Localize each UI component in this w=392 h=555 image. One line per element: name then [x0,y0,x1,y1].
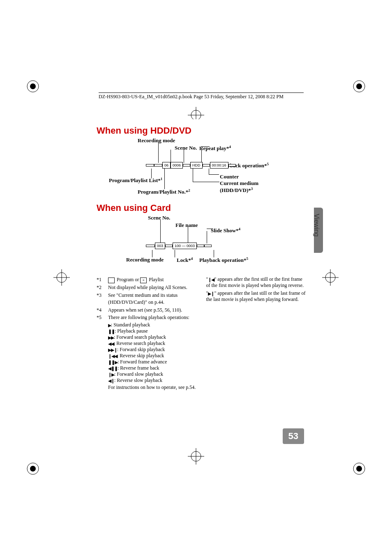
playback-icon: ❚❚▶ [108,360,118,365]
footnote-instructions: For instructions on how to operate, see … [97,384,196,391]
skip-forward-icon: ▶❙ [208,291,214,296]
footnote-label: *2 [97,284,105,291]
crop-mark [53,269,70,286]
label-scene-no: Scene No. [175,145,197,151]
heading-card: When using Card [97,203,306,213]
playback-icon: ❙▶ [108,372,114,377]
footnotes: *1 Program or ≡ Playlist *2Not displayed… [97,276,306,391]
playlist-icon: ≡ [140,278,147,283]
playback-operation-item: ◀❙: Reverse slow playback [108,377,196,384]
playback-icon: ▶▶ [108,335,114,340]
status-bar-card: 003 100 — 0003 [146,243,212,249]
svg-point-3 [356,83,362,89]
program-icon [108,278,115,283]
page-number: 53 [283,428,304,444]
page-body: Viewing When using HDD/DVD Recording mod… [88,119,314,448]
label-slide-show: Slide Show*4 [211,227,240,234]
label-lock: Lock*4 [177,257,193,264]
crop-mark [351,460,367,477]
label-file-name: File name [175,222,198,229]
footnote-label: *4 [97,307,105,314]
playback-icon: ◀❚❚ [108,366,118,371]
footnote-label: *1 [97,276,105,283]
label-program-playlist-list: Program/Playlist List*1 [109,177,162,184]
label-program-playlist-no: Program/Playlist No.*2 [138,188,190,195]
footnote-reverse-end: "❙◀" appears after the first still or th… [206,276,306,289]
label-recording-mode-2: Recording mode [126,257,164,263]
svg-point-5 [30,466,36,472]
label-recording-mode: Recording mode [138,137,175,144]
label-current-medium: Current medium (HDD/DVD)*3 [220,180,277,194]
playback-operation-item: ❚❚: Playback pause [108,328,196,334]
label-playback-operation-2: Playback operation*5 [199,257,248,264]
playback-icon: ▶▶❙ [108,347,117,353]
playback-operation-item: ❚❚▶: Forward frame advance [108,359,196,365]
crop-mark [25,460,41,477]
label-counter: Counter [220,173,239,180]
crop-mark [25,78,41,95]
playback-operation-item: ▶▶❙: Forward skip playback [108,347,196,353]
crop-mark [322,269,339,286]
diagram-hdd-dvd: Recording mode Scene No. Repeat play*4 P… [97,137,306,199]
playback-icon: ◀❙ [108,378,114,384]
playback-icon: ◀◀ [108,341,114,347]
crop-mark [351,78,367,95]
playback-operation-item: ❙▶: Forward slow playback [108,371,196,377]
heading-hdd-dvd: When using HDD/DVD [97,126,306,136]
footnote-label: *3 [97,292,105,306]
svg-point-1 [30,83,36,89]
label-repeat-play: Repeat play*4 [199,145,231,152]
playback-operation-item: ❙◀◀: Reverse skip playback [108,353,196,359]
diagram-card: Scene No. File name Slide Show*4 Recordi… [97,215,306,268]
label-scene-no-2: Scene No. [148,215,170,221]
playback-icon: ❙◀◀ [108,354,117,359]
crop-mark [188,448,204,465]
page-header: DZ-HS903-803-US-Ea_IM_v01d05n02.p.book P… [99,92,304,100]
playback-operation-item: ◀◀: Reverse search playback [108,340,196,347]
status-bar-hdd: 06 0006 HDD 00:00:16 [146,162,236,169]
svg-point-7 [356,466,362,472]
footnote-forward-end: "▶❙" appears after the last still or the… [206,290,306,303]
playback-operation-item: ▶▶: Forward search playback [108,334,196,340]
footnote-label: *5 [97,314,105,321]
playback-icon: ❚❚ [108,329,115,334]
playback-icon: ▶ [108,323,111,328]
playback-operation-item: ◀❚❚: Reverse frame back [108,365,196,371]
skip-back-icon: ❙◀ [208,277,214,282]
playback-operation-item: ▶: Standard playback [108,322,196,328]
